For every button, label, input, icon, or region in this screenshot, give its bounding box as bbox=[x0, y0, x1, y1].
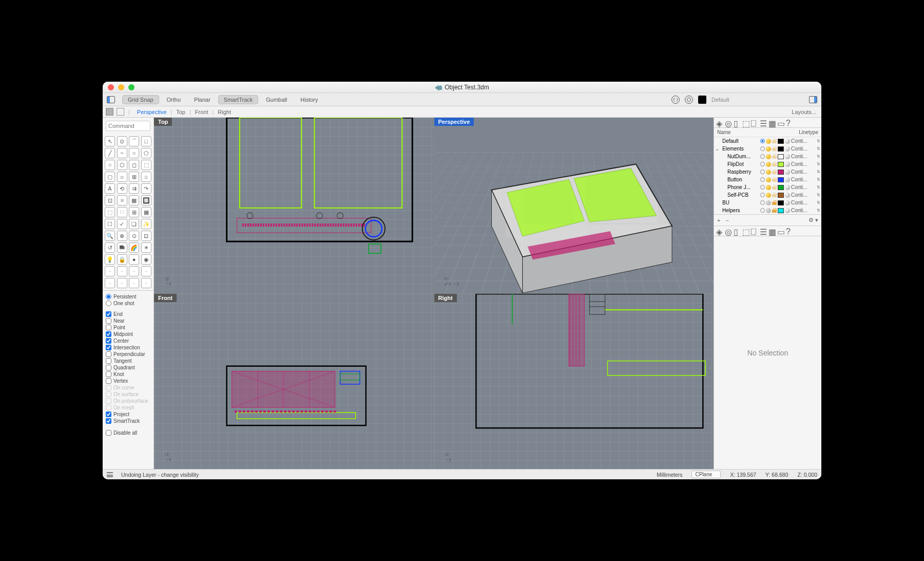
props-camera-icon[interactable]: ⎕ bbox=[751, 227, 759, 235]
tool-22[interactable]: ▦ bbox=[129, 195, 139, 205]
toggle-gumball[interactable]: Gumball bbox=[260, 95, 293, 104]
tool-48[interactable]: · bbox=[105, 278, 115, 288]
tool-45[interactable]: · bbox=[117, 266, 127, 276]
layer-row[interactable]: Phone J...Conti...⇅ bbox=[714, 183, 821, 191]
tool-6[interactable]: ○ bbox=[129, 148, 139, 158]
layers-icon[interactable]: ◈ bbox=[716, 119, 724, 126]
command-input[interactable] bbox=[106, 121, 150, 131]
lightbulb-icon[interactable] bbox=[766, 162, 771, 167]
layer-row[interactable]: FlipDotConti...⇅ bbox=[714, 160, 821, 168]
color-swatch[interactable] bbox=[778, 154, 784, 159]
material-icon[interactable] bbox=[785, 200, 790, 205]
tool-20[interactable]: ⊡ bbox=[105, 195, 115, 205]
osnap-center[interactable]: Center bbox=[106, 338, 150, 344]
layer-row[interactable]: RaspberryConti...⇅ bbox=[714, 168, 821, 176]
material-icon[interactable] bbox=[785, 154, 790, 159]
color-swatch[interactable] bbox=[778, 208, 784, 213]
lock-icon[interactable] bbox=[772, 154, 777, 159]
layer-current-radio[interactable] bbox=[760, 185, 765, 190]
lightbulb-icon[interactable] bbox=[766, 208, 771, 213]
layer-current-radio[interactable] bbox=[760, 146, 765, 151]
lock-icon[interactable] bbox=[772, 185, 777, 190]
tool-15[interactable]: ⌂ bbox=[141, 172, 151, 182]
tool-28[interactable]: ☐ bbox=[105, 219, 115, 229]
props-stack-icon[interactable]: ☰ bbox=[760, 227, 767, 235]
tool-8[interactable]: ○ bbox=[105, 160, 115, 170]
tool-18[interactable]: ⇉ bbox=[129, 183, 139, 194]
lock-icon[interactable] bbox=[772, 170, 777, 174]
color-swatch[interactable] bbox=[778, 200, 784, 205]
color-swatch[interactable] bbox=[778, 139, 784, 144]
lock-icon[interactable] bbox=[772, 200, 777, 205]
material-icon[interactable] bbox=[785, 139, 790, 144]
view-grid-icon[interactable] bbox=[106, 108, 113, 116]
tool-9[interactable]: ⬡ bbox=[117, 160, 127, 170]
view-tab-front[interactable]: Front bbox=[192, 109, 211, 115]
color-swatch[interactable] bbox=[778, 177, 784, 182]
target-icon[interactable] bbox=[671, 96, 680, 104]
view-tab-perspective[interactable]: Perspective bbox=[134, 109, 169, 115]
statusbar-menu-icon[interactable] bbox=[107, 472, 113, 477]
viewport-front[interactable]: Front ↑z→x bbox=[154, 294, 434, 470]
tool-42[interactable]: ● bbox=[129, 254, 139, 265]
layer-options-button[interactable]: ⚙ ▾ bbox=[808, 217, 818, 223]
layer-row[interactable]: ⌄ElementsConti...⇅ bbox=[714, 145, 821, 153]
record-icon[interactable] bbox=[685, 96, 693, 104]
tool-5[interactable]: ~ bbox=[117, 148, 127, 158]
props-help-icon[interactable]: ? bbox=[786, 227, 794, 235]
tool-1[interactable]: ⊙ bbox=[117, 136, 127, 146]
layer-current-radio[interactable] bbox=[760, 139, 765, 143]
tool-10[interactable]: ◻ bbox=[129, 160, 139, 170]
zoom-icon[interactable] bbox=[128, 84, 134, 90]
material-icon[interactable] bbox=[785, 208, 790, 213]
layer-row[interactable]: BUConti...⇅ bbox=[714, 199, 821, 207]
osnap-mode-persistent[interactable]: Persistent bbox=[106, 294, 150, 300]
viewport-perspective[interactable]: Perspective z↑↙x →y bbox=[434, 118, 714, 293]
tool-38[interactable]: 🌈 bbox=[129, 242, 139, 253]
layer-row[interactable]: Self-PCBConti...⇅ bbox=[714, 191, 821, 199]
lightbulb-icon[interactable] bbox=[766, 177, 771, 182]
tool-37[interactable]: ⛟ bbox=[117, 242, 127, 253]
remove-layer-button[interactable]: − bbox=[725, 217, 728, 223]
props-layers-icon[interactable]: ◈ bbox=[716, 227, 724, 235]
viewport-right[interactable]: Right ↑z→y bbox=[434, 294, 714, 470]
osnap-project[interactable]: Project bbox=[106, 412, 150, 417]
props-sun-icon[interactable]: ◎ bbox=[725, 227, 733, 235]
minimize-icon[interactable] bbox=[118, 84, 124, 90]
layer-current-radio[interactable] bbox=[760, 177, 765, 182]
tool-24[interactable]: ⬚ bbox=[105, 207, 115, 217]
color-swatch[interactable] bbox=[778, 185, 784, 190]
tool-50[interactable]: · bbox=[129, 278, 139, 288]
right-sidebar-toggle-icon[interactable] bbox=[809, 96, 817, 103]
tool-31[interactable]: ✨ bbox=[141, 219, 151, 229]
lightbulb-icon[interactable] bbox=[766, 154, 771, 159]
color-swatch[interactable] bbox=[778, 146, 784, 152]
tool-21[interactable]: ⌗ bbox=[117, 195, 127, 205]
osnap-smarttrack[interactable]: SmartTrack bbox=[106, 418, 150, 424]
lock-icon[interactable] bbox=[772, 177, 777, 182]
box-icon[interactable]: ⬚ bbox=[742, 119, 750, 126]
stack-icon[interactable]: ☰ bbox=[760, 119, 767, 126]
tool-13[interactable]: ☼ bbox=[117, 172, 127, 182]
tool-14[interactable]: ⊞ bbox=[129, 172, 139, 182]
osnap-perpendicular[interactable]: Perpendicular bbox=[106, 351, 150, 357]
color-swatch[interactable] bbox=[778, 193, 784, 198]
lock-icon[interactable] bbox=[772, 139, 777, 143]
left-sidebar-toggle-icon[interactable] bbox=[107, 96, 115, 103]
layouts-button[interactable]: Layouts... bbox=[792, 109, 821, 115]
tool-11[interactable]: ⬚ bbox=[141, 160, 151, 170]
tool-39[interactable]: ☀ bbox=[141, 242, 151, 253]
material-icon[interactable] bbox=[785, 170, 790, 175]
layer-current-radio[interactable] bbox=[760, 208, 765, 213]
tool-30[interactable]: ❏ bbox=[129, 219, 139, 229]
osnap-near[interactable]: Near bbox=[106, 318, 150, 324]
lightbulb-icon[interactable] bbox=[766, 185, 771, 190]
osnap-tangent[interactable]: Tangent bbox=[106, 358, 150, 364]
tool-35[interactable]: ⊡ bbox=[141, 231, 151, 241]
toggle-planar[interactable]: Planar bbox=[188, 95, 216, 104]
tool-49[interactable]: · bbox=[117, 278, 127, 288]
layer-row[interactable]: NutDum...Conti...⇅ bbox=[714, 153, 821, 160]
osnap-quadrant[interactable]: Quadrant bbox=[106, 365, 150, 370]
lightbulb-icon[interactable] bbox=[766, 146, 771, 152]
osnap-midpoint[interactable]: Midpoint bbox=[106, 331, 150, 337]
